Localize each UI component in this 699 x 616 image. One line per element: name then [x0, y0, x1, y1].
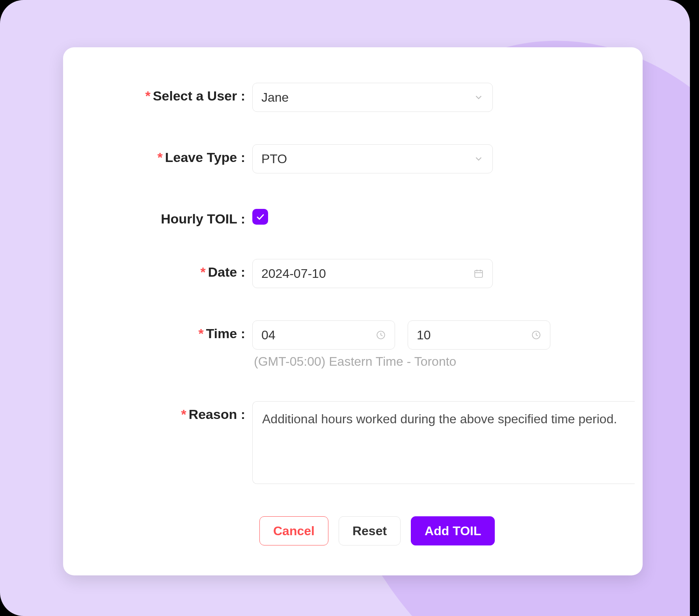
- leave-type-select-value: PTO: [261, 152, 287, 166]
- leave-type-label: *Leave Type :: [63, 144, 252, 165]
- user-select-value: Jane: [261, 90, 289, 105]
- user-label: *Select a User :: [63, 83, 252, 104]
- add-toil-button[interactable]: Add TOIL: [411, 516, 495, 545]
- form-card: *Select a User : Jane *Leave Type : PTO: [63, 47, 643, 575]
- date-label: *Date :: [63, 259, 252, 280]
- reason-textarea-value: Additional hours worked during the above…: [262, 410, 617, 428]
- clock-icon: [531, 330, 541, 340]
- chevron-down-icon: [473, 92, 484, 102]
- time-label: *Time :: [63, 320, 252, 341]
- leave-type-select[interactable]: PTO: [252, 144, 493, 173]
- hourly-toil-label: Hourly TOIL :: [63, 206, 252, 227]
- cancel-button[interactable]: Cancel: [259, 516, 328, 545]
- time-end-value: 10: [417, 328, 431, 342]
- button-row: Cancel Reset Add TOIL: [259, 516, 643, 545]
- reason-label: *Reason :: [63, 401, 252, 422]
- clock-icon: [376, 330, 386, 340]
- user-select[interactable]: Jane: [252, 83, 493, 112]
- chevron-down-icon: [473, 154, 484, 164]
- svg-rect-0: [475, 270, 483, 277]
- reason-textarea[interactable]: Additional hours worked during the above…: [252, 401, 635, 484]
- date-input-value: 2024-07-10: [261, 266, 326, 281]
- calendar-icon: [473, 268, 484, 279]
- time-end-input[interactable]: 10: [408, 320, 550, 350]
- time-start-input[interactable]: 04: [252, 320, 395, 350]
- time-start-value: 04: [261, 328, 276, 342]
- date-input[interactable]: 2024-07-10: [252, 259, 493, 288]
- timezone-text: (GMT-05:00) Eastern Time - Toronto: [254, 354, 456, 369]
- hourly-toil-checkbox[interactable]: [252, 209, 268, 225]
- reset-button[interactable]: Reset: [339, 516, 401, 545]
